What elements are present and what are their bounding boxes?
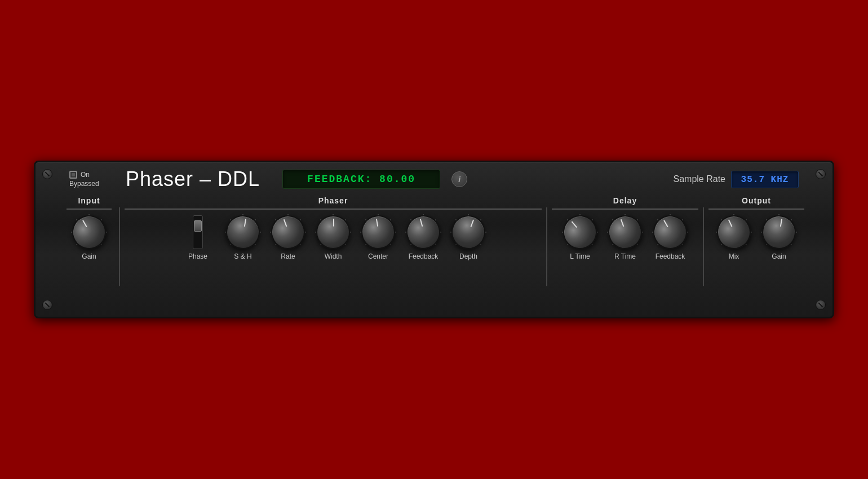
depth-unit: Depth	[446, 215, 491, 260]
input-divider	[67, 209, 112, 210]
sample-rate-section: Sample Rate 35.7 KHZ	[674, 171, 799, 188]
sample-rate-label: Sample Rate	[674, 174, 726, 184]
phase-slider-thumb	[194, 220, 202, 232]
display-text: FEEDBACK: 80.00	[307, 174, 415, 185]
width-knob-container	[316, 215, 350, 249]
main-display: FEEDBACK: 80.00	[282, 170, 440, 189]
phaser-knobs-row: Phase	[175, 215, 491, 260]
sh-unit: S & H	[220, 215, 265, 260]
delay-feedback-label: Feedback	[656, 252, 685, 260]
delay-feedback-knob-container	[653, 215, 687, 249]
plugin-chassis: On Bypassed Phaser – DDL FEEDBACK: 80.00…	[34, 161, 834, 318]
rtime-unit: R Time	[603, 215, 648, 260]
phaser-delay-divider	[546, 207, 547, 286]
phase-slider[interactable]	[193, 215, 203, 249]
rate-label: Rate	[281, 252, 295, 260]
on-label: On	[81, 171, 90, 179]
rtime-knob-container	[608, 215, 642, 249]
input-gain-knob-container	[72, 215, 106, 249]
delay-section-label: Delay	[613, 196, 637, 205]
header-row: On Bypassed Phaser – DDL FEEDBACK: 80.00…	[47, 162, 821, 196]
screw-bottom-right	[816, 300, 826, 310]
sh-knob-container	[226, 215, 260, 249]
delay-knobs-row: L Time	[557, 215, 693, 260]
sample-rate-display: 35.7 KHZ	[731, 171, 799, 188]
phaser-feedback-label: Feedback	[409, 252, 439, 260]
controls-row: Input	[47, 196, 821, 298]
phaser-divider	[125, 209, 542, 210]
rate-unit: Rate	[265, 215, 311, 260]
width-knob[interactable]	[316, 215, 350, 249]
ltime-label: L Time	[570, 252, 590, 260]
screw-top-right	[816, 169, 826, 179]
bypassed-label: Bypassed	[69, 180, 99, 188]
input-section: Input	[64, 196, 114, 260]
input-gain-unit: Gain	[67, 215, 112, 260]
on-bypassed-section: On Bypassed	[69, 171, 114, 188]
phase-unit: Phase	[175, 215, 220, 260]
output-divider	[708, 209, 804, 210]
depth-knob-container	[451, 215, 485, 249]
center-knob-container	[361, 215, 395, 249]
phaser-section-label: Phaser	[318, 196, 348, 205]
rate-knob-container	[271, 215, 305, 249]
phaser-feedback-unit: Feedback	[401, 215, 446, 260]
mix-label: Mix	[729, 252, 739, 260]
info-button[interactable]: i	[451, 171, 467, 187]
output-gain-knob-container	[762, 215, 796, 249]
mix-unit: Mix	[711, 215, 756, 260]
output-gain-label: Gain	[772, 252, 786, 260]
input-gain-label: Gain	[82, 252, 96, 260]
width-label: Width	[325, 252, 342, 260]
on-indicator[interactable]: On	[69, 171, 90, 179]
delay-divider	[552, 209, 698, 210]
sample-rate-value: 35.7 KHZ	[741, 175, 789, 185]
output-gain-unit: Gain	[756, 215, 801, 260]
mix-knob-container	[717, 215, 751, 249]
output-section: Output	[708, 196, 804, 260]
input-phaser-divider	[119, 207, 120, 286]
delay-section: Delay	[552, 196, 698, 260]
depth-label: Depth	[459, 252, 477, 260]
output-knobs-row: Mix	[711, 215, 801, 260]
ltime-knob-container	[563, 215, 597, 249]
center-unit: Center	[356, 215, 401, 260]
phaser-section: Phaser Phase	[125, 196, 542, 260]
output-section-label: Output	[742, 196, 771, 205]
plugin-title: Phaser – DDL	[126, 167, 260, 191]
power-icon	[69, 171, 77, 179]
ltime-unit: L Time	[557, 215, 603, 260]
svg-rect-0	[72, 173, 75, 176]
center-label: Center	[368, 252, 388, 260]
input-section-label: Input	[78, 196, 100, 205]
phase-label: Phase	[188, 252, 207, 260]
width-unit: Width	[311, 215, 356, 260]
phaser-feedback-knob-container	[406, 215, 440, 249]
delay-output-divider	[703, 207, 704, 286]
sh-label: S & H	[234, 252, 251, 260]
screw-top-left	[42, 169, 52, 179]
delay-feedback-unit: Feedback	[648, 215, 693, 260]
screw-bottom-left	[42, 300, 52, 310]
rtime-label: R Time	[614, 252, 636, 260]
